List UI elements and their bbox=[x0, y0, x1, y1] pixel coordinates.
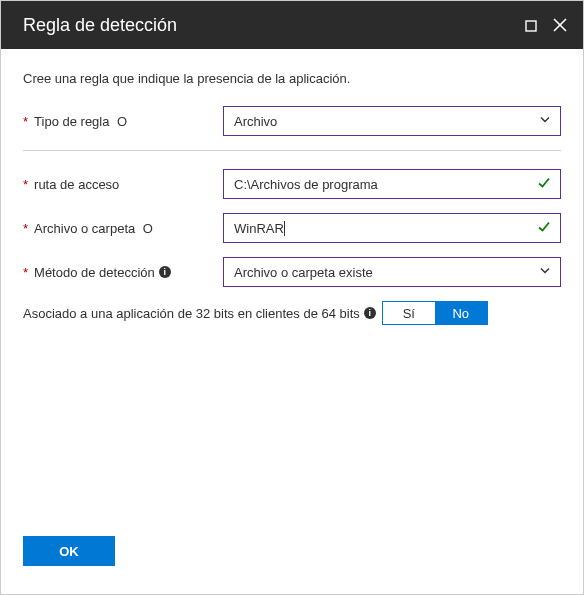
ok-button[interactable]: OK bbox=[23, 536, 115, 566]
info-icon[interactable]: i bbox=[364, 307, 376, 319]
label-detection-method: * Método de detección i bbox=[23, 265, 223, 280]
detection-method-label-text: Método de detección bbox=[34, 265, 155, 280]
instruction-text: Cree una regla que indique la presencia … bbox=[23, 71, 561, 86]
file-or-folder-field[interactable]: WinRAR bbox=[223, 213, 561, 243]
file-or-folder-suffix: O bbox=[139, 221, 153, 236]
toggle-yes[interactable]: Sí bbox=[383, 302, 435, 324]
required-marker: * bbox=[23, 114, 28, 129]
required-marker: * bbox=[23, 221, 28, 236]
rule-type-label-text: Tipo de regla bbox=[34, 114, 109, 129]
path-label-text: ruta de acceso bbox=[34, 177, 119, 192]
required-marker: * bbox=[23, 265, 28, 280]
file-or-folder-label-text: Archivo o carpeta bbox=[34, 221, 135, 236]
rule-type-value: Archivo bbox=[234, 114, 277, 129]
path-input[interactable]: C:\Archivos de programa bbox=[223, 169, 561, 199]
svg-rect-0 bbox=[526, 21, 536, 31]
dialog-footer: OK bbox=[23, 536, 115, 566]
toggle-label: Asociado a una aplicación de 32 bits en … bbox=[23, 306, 376, 321]
dialog-header: Regla de detección bbox=[1, 1, 583, 49]
toggle-label-text: Asociado a una aplicación de 32 bits en … bbox=[23, 306, 360, 321]
path-field[interactable]: C:\Archivos de programa bbox=[223, 169, 561, 199]
toggle-no[interactable]: No bbox=[435, 302, 487, 324]
text-cursor bbox=[284, 221, 285, 236]
rule-type-select[interactable]: Archivo bbox=[223, 106, 561, 136]
detection-method-select[interactable]: Archivo o carpeta existe bbox=[223, 257, 561, 287]
row-file-or-folder: * Archivo o carpeta O WinRAR bbox=[23, 213, 561, 243]
file-or-folder-input[interactable]: WinRAR bbox=[223, 213, 561, 243]
yes-no-toggle[interactable]: Sí No bbox=[382, 301, 488, 325]
label-rule-type: * Tipo de regla O bbox=[23, 114, 223, 129]
close-icon[interactable] bbox=[553, 18, 567, 32]
detection-method-value: Archivo o carpeta existe bbox=[234, 265, 373, 280]
file-or-folder-value: WinRAR bbox=[234, 221, 284, 236]
info-icon[interactable]: i bbox=[159, 266, 171, 278]
dialog-title: Regla de detección bbox=[23, 15, 525, 36]
row-rule-type: * Tipo de regla O Archivo bbox=[23, 106, 561, 136]
detection-method-field[interactable]: Archivo o carpeta existe bbox=[223, 257, 561, 287]
label-file-or-folder: * Archivo o carpeta O bbox=[23, 221, 223, 236]
rule-type-suffix: O bbox=[113, 114, 127, 129]
required-marker: * bbox=[23, 177, 28, 192]
row-path: * ruta de acceso C:\Archivos de programa bbox=[23, 169, 561, 199]
header-controls bbox=[525, 18, 567, 32]
divider bbox=[23, 150, 561, 151]
row-32bit-association: Asociado a una aplicación de 32 bits en … bbox=[23, 301, 561, 325]
row-detection-method: * Método de detección i Archivo o carpet… bbox=[23, 257, 561, 287]
rule-type-field[interactable]: Archivo bbox=[223, 106, 561, 136]
path-value: C:\Archivos de programa bbox=[234, 177, 378, 192]
label-path: * ruta de acceso bbox=[23, 177, 223, 192]
dialog-content: Cree una regla que indique la presencia … bbox=[1, 49, 583, 325]
restore-icon[interactable] bbox=[525, 18, 539, 32]
